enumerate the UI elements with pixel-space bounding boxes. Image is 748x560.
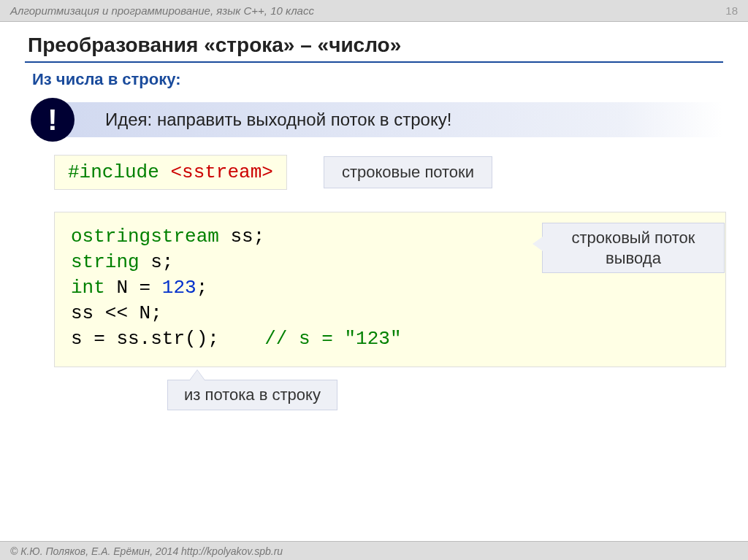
include-note: строковые потоки [324, 156, 492, 188]
footer-bar: © К.Ю. Поляков, Е.А. Ерёмин, 2014 http:/… [0, 541, 748, 560]
page-number: 18 [725, 4, 738, 17]
slide-title: Преобразования «строка» – «число» [25, 29, 723, 63]
code-line-4: ss << N; [71, 301, 709, 326]
callout-tail-icon [190, 370, 205, 380]
callout-ostream: строковый поток вывода [542, 223, 725, 273]
exclaim-badge: ! [31, 98, 75, 142]
code-line-3: int N = 123; [71, 275, 709, 301]
course-title: Алгоритмизация и программирование, язык … [10, 4, 314, 17]
include-code: #include <sstream> [54, 155, 287, 190]
copyright-text: © К.Ю. Поляков, Е.А. Ерёмин, 2014 http:/… [10, 545, 283, 557]
idea-row: ! Идея: направить выходной поток в строк… [32, 102, 723, 137]
header-bar: Алгоритмизация и программирование, язык … [0, 0, 748, 22]
section-subtitle: Из числа в строку: [32, 70, 723, 89]
code-line-5: s = ss.str(); // s = "123" [71, 326, 709, 352]
main-code-wrap: ostringstream ss; string s; int N = 123;… [54, 212, 723, 367]
include-header: <sstream> [170, 161, 272, 183]
idea-text: Идея: направить выходной поток в строку! [54, 102, 723, 137]
callout-str: из потока в строку [167, 380, 337, 410]
callout-tail-icon [533, 237, 543, 251]
slide-content: Преобразования «строка» – «число» Из чис… [0, 22, 748, 367]
include-keyword: #include [68, 161, 170, 183]
include-row: #include <sstream> строковые потоки [54, 155, 723, 190]
